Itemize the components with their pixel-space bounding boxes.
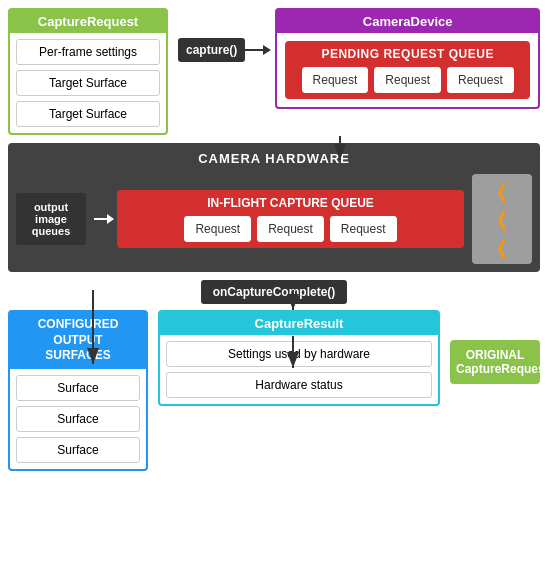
surface-item-1: Surface bbox=[16, 375, 140, 401]
capture-request-title: CaptureRequest bbox=[10, 10, 166, 33]
camera-hardware-section: CAMERA HARDWARE output imagequeues IN-FL… bbox=[8, 143, 540, 272]
original-cr-line1: ORIGINAL bbox=[466, 348, 525, 362]
pending-req-1: Request bbox=[302, 67, 369, 93]
pending-queue-title: PENDING REQUEST QUEUE bbox=[291, 47, 524, 61]
lens-arrow-2: ❬ bbox=[494, 207, 511, 231]
capture-result-title: CaptureResult bbox=[160, 312, 438, 335]
capture-request-items: Per-frame settings Target Surface Target… bbox=[10, 33, 166, 133]
pending-queue-box: PENDING REQUEST QUEUE Request Request Re… bbox=[285, 41, 530, 99]
on-capture-complete-row: onCaptureComplete() bbox=[8, 280, 540, 304]
on-capture-complete-label: onCaptureComplete() bbox=[201, 280, 348, 304]
original-cr-line2: CaptureRequest bbox=[456, 362, 548, 376]
configured-surfaces-box: CONFIGURED OUTPUTSURFACES Surface Surfac… bbox=[8, 310, 148, 471]
inflight-req-3: Request bbox=[330, 216, 397, 242]
cr-item-target-surface-2: Target Surface bbox=[16, 101, 160, 127]
surface-item-2: Surface bbox=[16, 406, 140, 432]
original-capture-request-box: ORIGINAL CaptureRequest bbox=[450, 340, 540, 384]
capture-result-box: CaptureResult Settings used by hardware … bbox=[158, 310, 440, 406]
inflight-req-2: Request bbox=[257, 216, 324, 242]
hw-arrow bbox=[94, 218, 109, 220]
capture-result-items: Settings used by hardware Hardware statu… bbox=[160, 335, 438, 404]
camera-device-title: CameraDevice bbox=[277, 10, 538, 33]
lens-arrow-3: ❬ bbox=[494, 235, 511, 259]
cr-item-per-frame: Per-frame settings bbox=[16, 39, 160, 65]
capture-call-label: capture() bbox=[178, 38, 245, 62]
camera-lens: ❬ ❬ ❬ bbox=[472, 174, 532, 264]
pending-request-items: Request Request Request bbox=[291, 67, 524, 93]
surface-item-3: Surface bbox=[16, 437, 140, 463]
pending-req-3: Request bbox=[447, 67, 514, 93]
cr-item-target-surface-1: Target Surface bbox=[16, 70, 160, 96]
capture-request-box: CaptureRequest Per-frame settings Target… bbox=[8, 8, 168, 135]
configured-surfaces-title: CONFIGURED OUTPUTSURFACES bbox=[10, 312, 146, 369]
camera-hardware-title: CAMERA HARDWARE bbox=[16, 151, 532, 166]
lens-arrow-1: ❬ bbox=[494, 179, 511, 203]
inflight-queue-box: IN-FLIGHT CAPTURE QUEUE Request Request … bbox=[117, 190, 464, 248]
pending-req-2: Request bbox=[374, 67, 441, 93]
bottom-section: CONFIGURED OUTPUTSURFACES Surface Surfac… bbox=[8, 310, 540, 471]
cr-result-settings: Settings used by hardware bbox=[166, 341, 432, 367]
camera-device-box: CameraDevice PENDING REQUEST QUEUE Reque… bbox=[275, 8, 540, 109]
inflight-request-items: Request Request Request bbox=[123, 216, 458, 242]
inflight-req-1: Request bbox=[184, 216, 251, 242]
output-image-queues-label: output imagequeues bbox=[16, 193, 86, 245]
cr-result-status: Hardware status bbox=[166, 372, 432, 398]
inflight-title: IN-FLIGHT CAPTURE QUEUE bbox=[123, 196, 458, 210]
hardware-content: output imagequeues IN-FLIGHT CAPTURE QUE… bbox=[16, 174, 532, 264]
lens-arrows: ❬ ❬ ❬ bbox=[494, 179, 511, 259]
capture-call-area: capture() bbox=[178, 38, 265, 62]
capture-result-area: CaptureResult Settings used by hardware … bbox=[158, 310, 440, 471]
capture-arrow bbox=[245, 49, 265, 51]
surface-items: Surface Surface Surface bbox=[10, 369, 146, 469]
